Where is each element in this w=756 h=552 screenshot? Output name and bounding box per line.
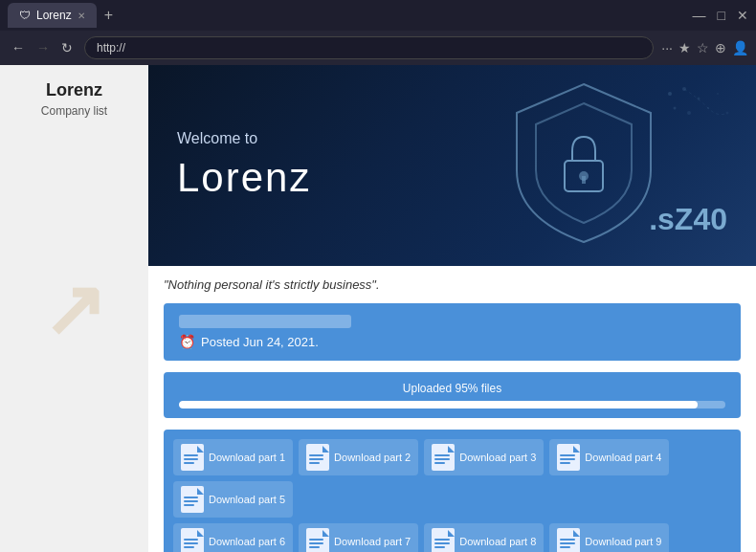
main-content: Welcome to Lorenz	[148, 65, 756, 552]
progress-section: Uploaded 95% files	[164, 372, 741, 418]
profile-icon[interactable]: 👤	[732, 40, 748, 55]
url-input[interactable]	[84, 36, 654, 59]
download-item[interactable]: Download part 7	[299, 523, 418, 552]
document-icon	[181, 486, 204, 513]
back-button[interactable]: ←	[8, 38, 29, 57]
extensions-icon[interactable]: ☆	[697, 40, 709, 55]
sidebar-subtitle[interactable]: Company list	[41, 104, 107, 118]
progress-bar-background	[179, 401, 725, 408]
nav-buttons: ← → ↻	[8, 38, 77, 57]
download-label: Download part 3	[459, 452, 536, 463]
download-item[interactable]: Download part 3	[424, 439, 544, 475]
posted-info: ⏰ Posted Jun 24, 2021.	[179, 334, 725, 349]
download-row: Download part 6Download part 7Download p…	[173, 523, 731, 552]
download-label: Download part 9	[585, 536, 661, 547]
download-item[interactable]: Download part 9	[549, 523, 669, 552]
document-icon	[181, 528, 204, 552]
refresh-button[interactable]: ↻	[57, 38, 77, 57]
active-tab[interactable]: 🛡 Lorenz ✕	[8, 3, 97, 28]
svg-point-3	[668, 92, 672, 96]
minimize-button[interactable]: —	[693, 8, 706, 23]
tab-area: 🛡 Lorenz ✕ +	[8, 3, 685, 28]
company-card: ⏰ Posted Jun 24, 2021.	[164, 303, 741, 361]
window-controls: — □ ✕	[693, 8, 748, 23]
content-area: ↗ Lorenz Company list Welcome to Lorenz	[0, 65, 756, 552]
document-icon	[557, 444, 580, 471]
clock-icon: ⏰	[179, 334, 195, 349]
bookmark-icon[interactable]: ★	[678, 40, 691, 55]
tab-close-button[interactable]: ✕	[78, 11, 85, 21]
close-button[interactable]: ✕	[737, 8, 748, 23]
download-label: Download part 6	[209, 536, 285, 547]
title-bar: 🛡 Lorenz ✕ + — □ ✕	[0, 0, 756, 31]
document-icon	[432, 444, 455, 471]
tab-title: Lorenz	[36, 9, 72, 22]
download-item[interactable]: Download part 6	[173, 523, 293, 552]
address-bar: ← → ↻ ··· ★ ☆ ⊕ 👤	[0, 31, 756, 65]
download-label: Download part 7	[334, 536, 411, 547]
hero-shield-icon	[507, 75, 660, 251]
document-icon	[557, 528, 580, 552]
forward-button[interactable]: →	[33, 38, 54, 57]
hero-dots	[660, 84, 737, 180]
svg-point-9	[717, 93, 719, 95]
download-label: Download part 2	[334, 452, 411, 463]
download-label: Download part 1	[209, 452, 285, 463]
download-row: Download part 1Download part 2Download p…	[173, 439, 731, 518]
document-icon	[181, 444, 204, 471]
hero-badge: .sZ40	[649, 202, 727, 237]
download-grid: Download part 1Download part 2Download p…	[164, 430, 741, 552]
toolbar-right: ··· ★ ☆ ⊕ 👤	[661, 40, 748, 55]
document-icon	[432, 528, 455, 552]
sidebar-title: Lorenz	[46, 80, 102, 100]
download-item[interactable]: Download part 5	[173, 481, 293, 518]
settings-icon[interactable]: ⊕	[715, 40, 726, 55]
document-icon	[306, 528, 329, 552]
hero-text-area: Welcome to Lorenz	[177, 130, 311, 201]
download-item[interactable]: Download part 4	[549, 439, 669, 475]
sidebar: ↗ Lorenz Company list	[0, 65, 148, 552]
progress-label: Uploaded 95% files	[179, 382, 725, 395]
download-label: Download part 5	[209, 494, 285, 505]
download-label: Download part 4	[585, 452, 661, 463]
tagline: "Nothing personal it's strictly business…	[164, 277, 741, 292]
download-label: Download part 8	[459, 536, 536, 547]
svg-point-6	[674, 107, 677, 110]
page-body: "Nothing personal it's strictly business…	[148, 266, 756, 552]
posted-date: Posted Jun 24, 2021.	[201, 335, 319, 349]
download-item[interactable]: Download part 1	[173, 439, 293, 475]
tab-favicon: 🛡	[19, 9, 31, 22]
download-item[interactable]: Download part 2	[299, 439, 418, 475]
svg-rect-2	[582, 176, 586, 184]
hero-welcome: Welcome to	[177, 130, 311, 147]
hero-banner: Welcome to Lorenz	[148, 65, 756, 266]
document-icon	[306, 444, 329, 471]
menu-icon[interactable]: ···	[661, 40, 673, 55]
new-tab-button[interactable]: +	[97, 3, 121, 28]
company-name-blurred	[179, 315, 351, 328]
sidebar-watermark: ↗	[42, 264, 106, 353]
progress-bar-fill	[179, 401, 698, 408]
svg-point-7	[687, 111, 691, 115]
hero-title: Lorenz	[177, 155, 311, 201]
download-item[interactable]: Download part 8	[424, 523, 544, 552]
browser-window: 🛡 Lorenz ✕ + — □ ✕ ← → ↻ ··· ★ ☆ ⊕ 👤	[0, 0, 756, 552]
maximize-button[interactable]: □	[718, 8, 725, 23]
